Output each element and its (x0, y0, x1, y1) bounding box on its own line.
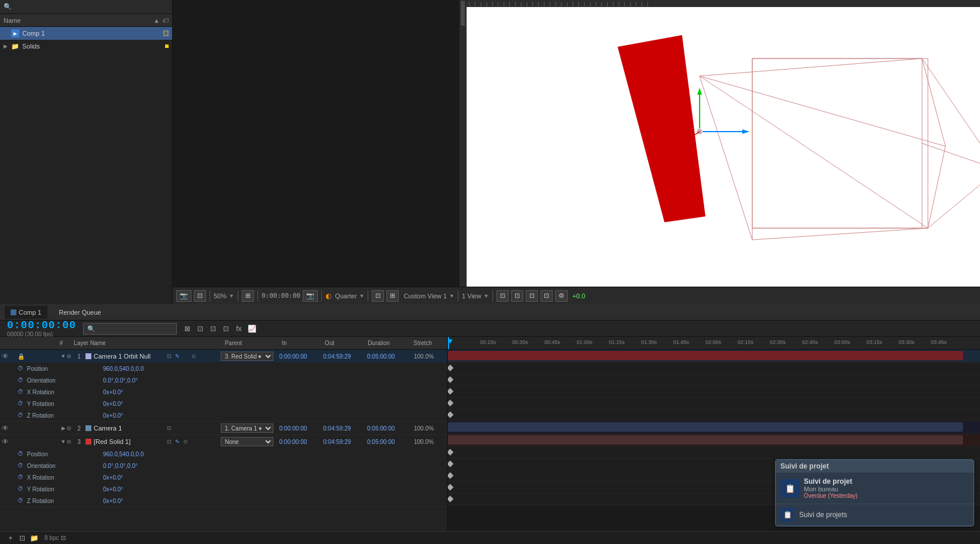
fit-view-button[interactable]: ⊞ (242, 290, 254, 302)
layer-1-switch-keyframe[interactable]: ⊡ (165, 353, 173, 360)
layer-1-duration: 0:05:00:00 (367, 353, 414, 360)
layer-2-eye[interactable]: 👁 (1, 424, 9, 432)
solid-btn[interactable]: ⊡ (16, 532, 28, 544)
time-marker-2m: 02:00s (705, 337, 721, 345)
layer-1-expand[interactable]: ▼ (60, 353, 67, 360)
layer-1-eye[interactable]: 👁 (1, 352, 9, 360)
notif-text-1: Suivi de projet Mon bureau Overdue (Yest… (804, 477, 969, 499)
layer-1-lock[interactable]: 🔒 (18, 353, 25, 360)
prop-stopwatch-orientation[interactable]: ⏱ (18, 377, 25, 384)
layer-row-1: 👁 🔒 ▼ ⊙ 1 Camer (0, 350, 447, 422)
composition-flow-btn[interactable]: ⊠ (181, 323, 193, 335)
add-layer-btn[interactable]: + (5, 532, 16, 544)
zoom-label: 50% (214, 292, 227, 299)
project-search-bar[interactable]: 🔍 (0, 0, 172, 14)
layer-1-prop-yrot: ⏱ Y Rotation 0x+0.0° (0, 398, 447, 409)
track-1-main (448, 350, 980, 363)
project-search-input[interactable] (14, 4, 169, 11)
layer-3-switch-link[interactable]: ⊙ (181, 438, 189, 446)
layer-1-parent-select[interactable]: 3. Red Solid ▾ None 1. Camera 1 ▾ (221, 352, 273, 361)
keyframe-3-pos (448, 449, 454, 455)
frame-blend-btn[interactable]: ⊡ (220, 323, 232, 335)
svg-line-13 (928, 170, 980, 228)
layer-1-props: ⏱ Position 960.0,540.0,0.0 ⏱ Orientation… (0, 363, 447, 421)
layer-2-switch-keyframe[interactable]: ⊡ (165, 425, 173, 432)
layer-3-parent-select[interactable]: None 1. Camera 1 ▾ 3. Red Solid ▾ (221, 437, 273, 446)
time-marker-2m15s: 02:15s (738, 337, 753, 345)
draft-3d-btn[interactable]: ⊡ (194, 323, 206, 335)
layer-1-main-row[interactable]: 👁 🔒 ▼ ⊙ 1 Camer (0, 350, 447, 363)
bottom-bar: + ⊡ 📁 8 bpc ⊡ (0, 531, 980, 544)
red-solid-shape (618, 35, 705, 222)
layer-2-switches: ⊡ (165, 425, 221, 432)
layer-1-stretch: 100.0% (414, 353, 446, 360)
time-marker-1m15s: 01:15s (609, 337, 625, 345)
folder-btn[interactable]: 📁 (28, 532, 40, 544)
prop-yrot-label: Y Rotation (27, 401, 103, 407)
project-item-solids-label: Solids (22, 43, 40, 50)
quality-dropdown-icon[interactable]: ▼ (359, 293, 364, 299)
show-render-btn[interactable]: ⊡ (511, 290, 523, 302)
layer-3-switch-keyframe[interactable]: ⊡ (165, 438, 173, 446)
layer-2-expand[interactable]: ▶ (60, 425, 67, 432)
layer-3-eye[interactable]: 👁 (1, 438, 9, 446)
prop-3-stopwatch-xrot[interactable]: ⏱ (18, 474, 25, 481)
layer-1-switch-solo[interactable] (181, 353, 189, 360)
toolbar-sep-4 (321, 291, 322, 301)
settings-btn[interactable]: ⚙ (555, 290, 568, 302)
prop-3-stopwatch-position[interactable]: ⏱ (18, 450, 25, 457)
layer-3-in: 0:00:00:00 (279, 439, 323, 445)
view-name-dropdown-icon[interactable]: ▼ (449, 293, 454, 299)
svg-line-2 (700, 76, 928, 228)
toggle-transparency-btn[interactable]: ⊡ (372, 290, 384, 302)
timeline-search-input[interactable] (83, 323, 177, 335)
motion-blur-btn[interactable]: ⊡ (207, 323, 219, 335)
layer-row-3: 👁 ▼ ⊙ 3 [Red Solid 1] ⊡ ✎ (0, 435, 447, 507)
layer-2-main-row[interactable]: 👁 ▶ ⊙ 2 Camera 1 ⊡ (0, 422, 447, 435)
track-1-prop-position (448, 363, 980, 374)
prop-3-orientation-value: 0.0°,0.0°,0.0° (103, 463, 138, 469)
effects-btn[interactable]: fx (233, 323, 245, 335)
layer-1-prop-xrot: ⏱ X Rotation 0x+0.0° (0, 386, 447, 398)
prop-3-stopwatch-zrot[interactable]: ⏱ (18, 497, 25, 504)
prop-3-stopwatch-orientation[interactable]: ⏱ (18, 462, 25, 469)
prop-3-stopwatch-yrot[interactable]: ⏱ (18, 486, 25, 493)
notif-status-1: Overdue (Yesterday) (804, 493, 969, 499)
time-marker-30s: 00:30s (512, 337, 528, 345)
sort-icon[interactable]: ▲ (153, 17, 160, 24)
prop-stopwatch-position[interactable]: ⏱ (18, 365, 25, 372)
mute-audio-btn[interactable]: ⊡ (540, 290, 553, 302)
layer-2-parent-select[interactable]: 1. Camera 1 ▾ None (221, 424, 273, 433)
project-item-comp1[interactable]: ▶ Comp 1 8 (0, 27, 172, 40)
graph-editor-btn[interactable]: 📈 (246, 323, 258, 335)
render-btn[interactable]: ⊡ (496, 290, 509, 302)
toggle-grid-btn[interactable]: ⊞ (386, 290, 399, 302)
layer-2-switch-pencil[interactable] (173, 425, 181, 432)
svg-line-1 (700, 76, 945, 146)
layer-3-switch-pencil[interactable]: ✎ (173, 438, 181, 446)
layer-1-switch-link[interactable]: ⊙ (190, 353, 197, 360)
label-icon[interactable]: 🏷 (162, 17, 169, 24)
prop-stopwatch-zrot[interactable]: ⏱ (18, 412, 25, 419)
notification-footer-item[interactable]: 📋 Suivi de projets (776, 504, 974, 526)
prop-stopwatch-yrot[interactable]: ⏱ (18, 400, 25, 407)
views-dropdown-icon[interactable]: ▼ (484, 293, 489, 299)
toolbar-sep-6 (458, 291, 458, 301)
layer-1-switch-pencil[interactable]: ✎ (173, 353, 181, 360)
layer-1-name: Camera 1 Orbit Null (94, 353, 165, 360)
viewer-toolbar: 📷 ⊡ 50% ▼ ⊞ 0:00:00:00 📷 ◐ Quarter ▼ ⊡ ⊞… (173, 287, 980, 304)
layer-3-expand[interactable]: ▼ (60, 438, 67, 445)
viewer-white-canvas (460, 0, 980, 287)
adjust-bpc-btn[interactable]: ⊡ (59, 533, 68, 543)
notification-item-1[interactable]: 📋 Suivi de projet Mon bureau Overdue (Ye… (776, 473, 974, 504)
snapshot-save-btn[interactable]: 📷 (303, 290, 318, 302)
zoom-dropdown-icon[interactable]: ▼ (229, 293, 234, 299)
project-item-solids[interactable]: ▶ 📁 Solids (0, 40, 172, 53)
snapshot-button[interactable]: 📷 (176, 290, 191, 302)
keyframe-1-zrot (448, 411, 454, 418)
keyframe-1-pos (448, 364, 454, 371)
prop-stopwatch-xrot[interactable]: ⏱ (18, 388, 25, 395)
always-preview-btn[interactable]: ⊡ (194, 290, 206, 302)
fast-preview-btn[interactable]: ⊡ (526, 290, 538, 302)
layer-3-main-row[interactable]: 👁 ▼ ⊙ 3 [Red Solid 1] ⊡ ✎ (0, 435, 447, 448)
